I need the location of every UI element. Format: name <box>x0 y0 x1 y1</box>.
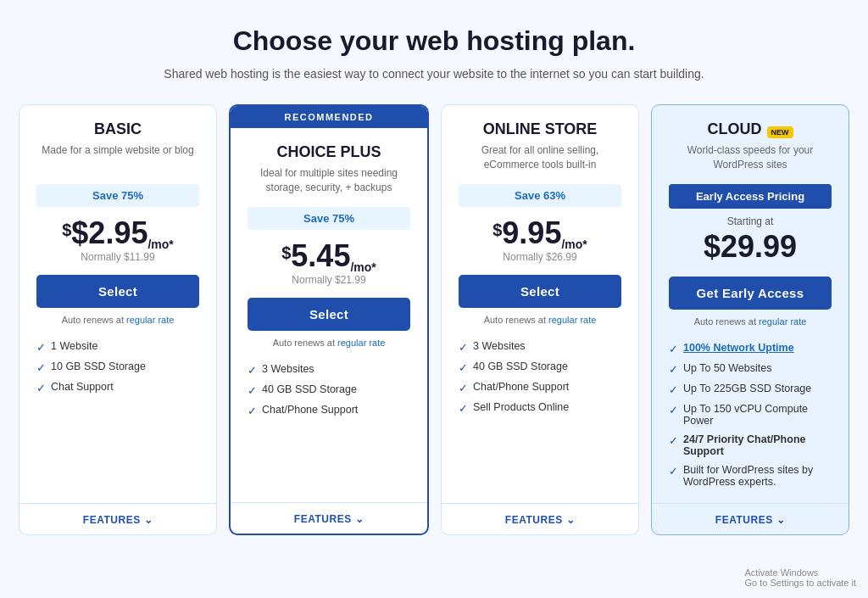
plan-online-store: ONLINE STORE Great for all online sellin… <box>441 104 639 535</box>
plan-basic-rate-link[interactable]: regular rate <box>126 315 174 325</box>
plan-basic-unit: /mo* <box>147 238 173 251</box>
check-icon: ✓ <box>36 382 46 394</box>
plan-basic-features: ✓1 Website ✓10 GB SSD Storage ✓Chat Supp… <box>36 337 199 491</box>
plan-choice-plus-save: Save 75% <box>248 207 410 230</box>
check-icon: ✓ <box>248 364 257 377</box>
check-icon: ✓ <box>669 363 678 376</box>
plan-online-store-features: ✓3 Websites ✓40 GB SSD Storage ✓Chat/Pho… <box>459 337 621 491</box>
plan-basic-desc: Made for a simple website or blog <box>36 143 199 174</box>
plan-cloud-amount: $29.99 <box>669 229 832 265</box>
new-badge: NEW <box>767 126 793 138</box>
plan-online-store-name: ONLINE STORE <box>459 120 621 138</box>
plan-choice-plus-desc: Ideal for multiple sites needing storage… <box>248 166 410 197</box>
list-item: ✓Chat Support <box>36 377 199 398</box>
list-item: ✓3 Websites <box>459 337 621 357</box>
plan-online-store-rate-link[interactable]: regular rate <box>548 315 596 325</box>
check-icon: ✓ <box>669 404 678 416</box>
list-item: ✓100% Network Uptime <box>669 338 832 359</box>
check-icon: ✓ <box>248 384 257 397</box>
activate-watermark: Activate Windows Go to Settings to activ… <box>745 567 856 588</box>
check-icon: ✓ <box>669 343 678 355</box>
chevron-down-icon: ⌄ <box>144 514 153 526</box>
plan-online-store-save: Save 63% <box>459 184 621 207</box>
list-item: ✓3 Websites <box>248 360 410 380</box>
chevron-down-icon: ⌄ <box>566 514 576 526</box>
plan-choice-plus-price: $5.45/mo* Normally $21.99 <box>248 238 410 286</box>
list-item: ✓Chat/Phone Support <box>248 400 410 421</box>
chevron-down-icon: ⌄ <box>355 513 364 525</box>
plan-basic-price: $$2.95/mo* Normally $11.99 <box>36 215 199 263</box>
page-title: Choose your web hosting plan. <box>233 25 636 57</box>
plan-online-store-unit: /mo* <box>561 238 587 251</box>
plan-choice-plus-normal: Normally $21.99 <box>248 274 410 286</box>
page-subtitle: Shared web hosting is the easiest way to… <box>164 67 704 81</box>
plan-cloud-desc: World-class speeds for your WordPress si… <box>669 143 832 174</box>
plan-choice-plus-name: CHOICE PLUS <box>248 143 410 161</box>
plan-choice-plus-select[interactable]: Select <box>248 298 410 331</box>
plan-choice-plus-footer[interactable]: FEATURES ⌄ <box>231 502 427 534</box>
check-icon: ✓ <box>459 402 468 415</box>
check-icon: ✓ <box>36 361 46 374</box>
check-icon: ✓ <box>459 361 468 374</box>
plan-cloud-autorenew: Auto renews at regular rate <box>669 316 832 327</box>
chevron-down-icon: ⌄ <box>776 514 786 526</box>
plan-online-store-footer[interactable]: FEATURES ⌄ <box>442 503 638 534</box>
plan-choice-plus-autorenew: Auto renews at regular rate <box>248 338 410 348</box>
plan-basic-select[interactable]: Select <box>36 275 199 308</box>
plan-cloud-early-access: Early Access Pricing <box>669 184 832 209</box>
plan-choice-plus-unit: /mo* <box>350 260 376 274</box>
plan-online-store-desc: Great for all online selling, eCommerce … <box>459 143 621 174</box>
list-item: ✓40 GB SSD Storage <box>248 380 410 400</box>
check-icon: ✓ <box>669 434 678 447</box>
plan-cloud: CLOUD NEW World-class speeds for your Wo… <box>651 104 849 535</box>
check-icon: ✓ <box>669 465 678 478</box>
plan-choice-plus-rate-link[interactable]: regular rate <box>337 338 385 348</box>
plan-basic-name: BASIC <box>36 120 199 138</box>
plan-cloud-starting-at: Starting at <box>669 215 832 227</box>
list-item: ✓Up To 150 vCPU Compute Power <box>669 400 832 430</box>
list-item: ✓1 Website <box>36 337 199 357</box>
list-item: ✓Up To 50 Websites <box>669 359 832 379</box>
list-item: ✓10 GB SSD Storage <box>36 357 199 377</box>
uptime-link[interactable]: 100% Network Uptime <box>683 342 794 354</box>
list-item: ✓24/7 Priority Chat/Phone Support <box>669 430 832 461</box>
plan-online-store-normal: Normally $26.99 <box>459 251 621 263</box>
plan-basic-normal: Normally $11.99 <box>36 251 199 263</box>
plan-basic-save: Save 75% <box>36 184 199 207</box>
check-icon: ✓ <box>459 382 468 394</box>
plan-online-store-select[interactable]: Select <box>459 275 621 308</box>
plan-online-store-price: $9.95/mo* Normally $26.99 <box>459 215 621 263</box>
plan-cloud-price: Starting at $29.99 <box>669 215 832 265</box>
list-item: ✓Up To 225GB SSD Storage <box>669 379 832 400</box>
plan-basic: BASIC Made for a simple website or blog … <box>19 104 217 535</box>
plan-basic-footer[interactable]: FEATURES ⌄ <box>19 503 216 534</box>
plan-cloud-name-wrapper: CLOUD NEW <box>669 120 832 143</box>
plan-basic-amount: $2.95 <box>71 215 147 250</box>
plan-cloud-features: ✓100% Network Uptime ✓Up To 50 Websites … <box>669 338 832 491</box>
plan-choice-plus: RECOMMENDED CHOICE PLUS Ideal for multip… <box>229 104 429 535</box>
plan-online-store-amount: 9.95 <box>502 215 561 250</box>
check-icon: ✓ <box>36 341 46 354</box>
plan-choice-plus-features: ✓3 Websites ✓40 GB SSD Storage ✓Chat/Pho… <box>248 360 410 490</box>
plans-container: BASIC Made for a simple website or blog … <box>19 104 849 535</box>
list-item: ✓Sell Products Online <box>459 398 621 418</box>
plan-online-store-autorenew: Auto renews at regular rate <box>459 315 621 325</box>
plan-choice-plus-amount: 5.45 <box>291 238 350 273</box>
plan-cloud-rate-link[interactable]: regular rate <box>759 316 806 327</box>
plan-cloud-select[interactable]: Get Early Access <box>669 277 832 310</box>
check-icon: ✓ <box>669 383 678 396</box>
plan-basic-autorenew: Auto renews at regular rate <box>36 315 199 325</box>
list-item: ✓Built for WordPress sites by WordPress … <box>669 461 832 491</box>
list-item: ✓Chat/Phone Support <box>459 377 621 398</box>
check-icon: ✓ <box>248 405 257 417</box>
plan-cloud-name: CLOUD <box>708 120 762 138</box>
check-icon: ✓ <box>459 341 468 354</box>
recommended-badge: RECOMMENDED <box>231 106 427 128</box>
plan-cloud-footer[interactable]: FEATURES ⌄ <box>652 503 849 534</box>
list-item: ✓40 GB SSD Storage <box>459 357 621 377</box>
